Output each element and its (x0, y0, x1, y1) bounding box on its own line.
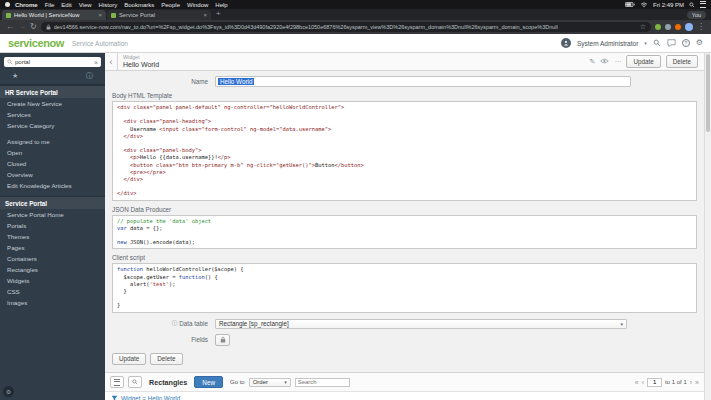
scrollbar-thumb[interactable] (706, 54, 710, 132)
code-line: </div> (117, 133, 692, 140)
nav-item-services[interactable]: Services (0, 109, 105, 120)
menubar-item-bookmarks[interactable]: Bookmarks (124, 2, 154, 8)
chat-icon[interactable] (667, 39, 676, 47)
new-button[interactable]: New (194, 376, 223, 388)
goto-select[interactable]: Order ▾ (249, 378, 291, 387)
back-button[interactable]: ‹ (105, 53, 118, 70)
extension-icon[interactable] (675, 24, 681, 30)
list-menu-button[interactable] (110, 376, 124, 388)
update-button[interactable]: Update (112, 353, 146, 366)
list-search-button[interactable] (128, 376, 142, 388)
list-search-input[interactable] (295, 378, 350, 387)
menubar-items: ChromeFileEditViewHistoryBookmarksPeople… (15, 2, 228, 8)
wifi-icon[interactable] (640, 2, 648, 8)
code-editor[interactable]: <div class="panel panel-default" ng-cont… (112, 101, 697, 201)
menubar-item-view[interactable]: View (79, 2, 92, 8)
browser-tabstrip: Hello World | ServiceNow×Service Portal×… (0, 9, 711, 20)
preview-icon[interactable] (600, 58, 609, 64)
nav-item-pages[interactable]: Pages (0, 242, 105, 253)
nav-item-portals[interactable]: Portals (0, 220, 105, 231)
menubar-item-file[interactable]: File (45, 2, 55, 8)
menubar-item-edit[interactable]: Edit (61, 2, 71, 8)
menubar-item-people[interactable]: People (161, 2, 180, 8)
delete-button[interactable]: Delete (666, 55, 698, 68)
navigator-settings-button[interactable]: ⚙ (3, 386, 14, 397)
filter-icon[interactable] (111, 395, 118, 400)
bookmark-star-icon[interactable]: ☆ (640, 23, 646, 31)
fields-lock-button[interactable] (215, 334, 230, 346)
global-search-icon[interactable] (653, 39, 661, 47)
menubar-item-window[interactable]: Window (187, 2, 208, 8)
browser-back-icon[interactable]: ← (6, 23, 14, 31)
last-page-icon[interactable]: » (695, 379, 699, 386)
browser-menu-icon[interactable]: ⋮ (697, 23, 705, 31)
nav-item-widgets[interactable]: Widgets (0, 275, 105, 286)
browser-avatar[interactable] (685, 23, 693, 31)
browser-forward-icon[interactable]: → (18, 23, 26, 31)
user-menu[interactable]: System Administrator (577, 40, 638, 47)
new-tab-button[interactable]: + (216, 10, 221, 18)
menubar-clock[interactable]: Fri 2:49 PM (653, 2, 684, 8)
extension-icon[interactable] (655, 24, 661, 30)
menubar-item-chrome[interactable]: Chrome (15, 2, 38, 8)
nav-item-edit-knowledge-articles[interactable]: Edit Knowledge Articles (0, 180, 105, 191)
next-page-icon[interactable]: › (690, 379, 692, 386)
tab-close-icon[interactable]: × (203, 12, 207, 18)
page-number-input[interactable] (647, 378, 662, 387)
nav-item-open[interactable]: Open (0, 147, 105, 158)
data-table-select[interactable]: Rectangle [sp_rectangle] ▾ (215, 319, 627, 329)
record-type-label: Widget (123, 55, 159, 60)
menubar-item-history[interactable]: History (99, 2, 118, 8)
favorites-icon[interactable]: ★ (12, 72, 18, 80)
nav-item-themes[interactable]: Themes (0, 231, 105, 242)
data-table-label: ⓘ Data table (112, 320, 215, 327)
gear-icon[interactable]: ⚙ (696, 39, 703, 47)
code-line: var data = {}; (117, 225, 692, 232)
code-editor[interactable]: // populate the 'data' objectvar data = … (112, 215, 697, 250)
extension-icon[interactable] (665, 24, 671, 30)
list-title: Rectangles (149, 378, 187, 387)
first-page-icon[interactable]: « (635, 379, 639, 386)
chevron-down-icon[interactable]: ▾ (644, 40, 647, 46)
servicenow-logo[interactable]: servicenow (8, 38, 64, 49)
info-icon[interactable]: ⓘ (86, 71, 93, 81)
code-editor[interactable]: function helloWorldController($scope) { … (112, 263, 697, 312)
nav-item-closed[interactable]: Closed (0, 158, 105, 169)
update-button[interactable]: Update (626, 55, 660, 68)
notification-center-icon[interactable] (700, 1, 706, 8)
navigator-filter-input[interactable] (15, 59, 92, 65)
nav-item-css[interactable]: CSS (0, 286, 105, 297)
nav-item-rectangles[interactable]: Rectangles (0, 264, 105, 275)
name-input[interactable]: Hello World (215, 76, 631, 87)
address-bar[interactable]: dev14566.service-now.com/nav_to.do?uri=%… (41, 22, 651, 32)
nav-item-containers[interactable]: Containers (0, 253, 105, 264)
nav-app-header[interactable]: HR Service Portal (0, 85, 105, 98)
code-line (117, 295, 692, 302)
application-navigator: × ★ ⓘ HR Service PortalCreate New Servic… (0, 53, 105, 400)
tab-close-icon[interactable]: × (98, 12, 102, 18)
delete-button[interactable]: Delete (150, 353, 182, 366)
browser-reload-icon[interactable]: ↻ (30, 23, 37, 31)
browser-profile-chip[interactable]: You (687, 11, 706, 19)
browser-tab[interactable]: Hello World | ServiceNow× (2, 10, 106, 20)
spotlight-search-icon[interactable] (689, 2, 695, 8)
more-actions-icon[interactable]: ⋯ (614, 58, 621, 65)
nav-item-service-portal-home[interactable]: Service Portal Home (0, 209, 105, 220)
help-icon[interactable]: ? (682, 39, 690, 47)
nav-item-service-category[interactable]: Service Category (0, 120, 105, 131)
user-avatar[interactable] (561, 38, 571, 48)
nav-item-create-new-service[interactable]: Create New Service (0, 98, 105, 109)
nav-item-overview[interactable]: Overview (0, 169, 105, 180)
breadcrumb[interactable]: Widget = Hello World (121, 395, 180, 400)
scrollbar[interactable] (704, 53, 711, 400)
menubar-item-help[interactable]: Help (215, 2, 227, 8)
clear-filter-icon[interactable]: × (94, 59, 98, 66)
nav-item-assigned-to-me[interactable]: Assigned to me (0, 136, 105, 147)
nav-item-images[interactable]: Images (0, 297, 105, 308)
info-icon[interactable]: ⓘ (172, 320, 178, 327)
edit-icon[interactable]: ✎ (590, 58, 596, 65)
apple-icon[interactable] (5, 2, 10, 7)
browser-tab[interactable]: Service Portal× (107, 10, 211, 20)
previous-page-icon[interactable]: ‹ (642, 379, 644, 386)
nav-app-header[interactable]: Service Portal (0, 196, 105, 209)
